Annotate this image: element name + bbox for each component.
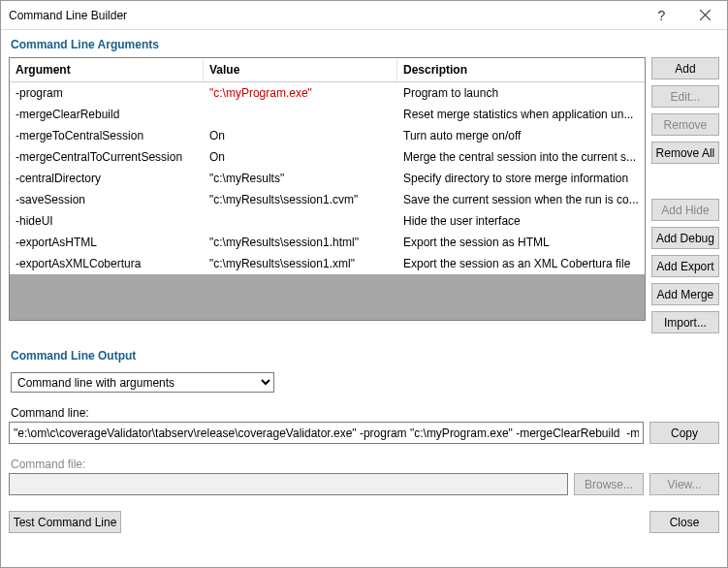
browse-button[interactable]: Browse... bbox=[574, 473, 644, 495]
cell-description: Reset merge statistics when application … bbox=[397, 106, 645, 123]
edit-button[interactable]: Edit... bbox=[651, 85, 719, 108]
cell-description: Specify directory to store merge informa… bbox=[397, 170, 645, 187]
header-description[interactable]: Description bbox=[397, 58, 645, 81]
cell-value: "c:\myResults" bbox=[204, 170, 397, 187]
test-command-line-button[interactable]: Test Command Line bbox=[9, 511, 121, 533]
command-file-label: Command file: bbox=[9, 454, 719, 473]
cell-argument: -mergeToCentralSession bbox=[10, 127, 204, 144]
add-debug-button[interactable]: Add Debug bbox=[651, 227, 719, 249]
arguments-table: Argument Value Description -program"c:\m… bbox=[9, 57, 646, 321]
cell-argument: -hideUI bbox=[10, 212, 204, 230]
cell-value: "c:\myResults\session1.html" bbox=[204, 234, 397, 251]
table-row[interactable]: -saveSession"c:\myResults\session1.cvm"S… bbox=[10, 189, 645, 210]
cell-argument: -exportAsHTML bbox=[10, 234, 204, 251]
cell-argument: -centralDirectory bbox=[10, 170, 204, 187]
cell-argument: -program bbox=[10, 84, 204, 102]
view-button[interactable]: View... bbox=[649, 473, 719, 495]
table-row[interactable]: -centralDirectory"c:\myResults"Specify d… bbox=[10, 168, 645, 189]
cell-description: Export the session as an XML Cobertura f… bbox=[397, 255, 645, 272]
command-line-input[interactable] bbox=[9, 422, 644, 444]
cell-description: Hide the user interface bbox=[397, 212, 645, 230]
remove-all-button[interactable]: Remove All bbox=[651, 142, 719, 164]
cell-description: Turn auto merge on/off bbox=[397, 127, 645, 144]
table-row[interactable]: -mergeToCentralSessionOnTurn auto merge … bbox=[10, 125, 645, 146]
output-mode-dropdown[interactable]: Command line with arguments bbox=[11, 372, 274, 393]
cell-description: Merge the central session into the curre… bbox=[397, 148, 645, 166]
add-export-button[interactable]: Add Export bbox=[651, 255, 719, 277]
command-file-input bbox=[9, 473, 568, 495]
cell-value bbox=[204, 212, 397, 230]
table-body[interactable]: -program"c:\myProgram.exe"Program to lau… bbox=[10, 82, 645, 320]
close-window-button[interactable] bbox=[683, 1, 727, 30]
table-row[interactable]: -mergeCentralToCurrentSessionOnMerge the… bbox=[10, 146, 645, 168]
table-row[interactable]: -exportAsHTML"c:\myResults\session1.html… bbox=[10, 232, 645, 253]
output-section-title: Command Line Output bbox=[1, 341, 727, 368]
table-row[interactable]: -hideUIHide the user interface bbox=[10, 210, 645, 232]
header-value[interactable]: Value bbox=[204, 58, 397, 81]
cell-description: Program to launch bbox=[397, 84, 645, 102]
cell-argument: -mergeCentralToCurrentSession bbox=[10, 148, 204, 166]
import-button[interactable]: Import... bbox=[651, 311, 719, 333]
help-button[interactable]: ? bbox=[640, 1, 683, 30]
cell-value: "c:\myProgram.exe" bbox=[204, 84, 397, 102]
cell-value bbox=[204, 106, 397, 123]
window-title: Command Line Builder bbox=[9, 9, 640, 22]
cell-argument: -saveSession bbox=[10, 191, 204, 208]
cell-description: Save the current session when the run is… bbox=[397, 191, 645, 208]
close-icon bbox=[700, 10, 711, 20]
table-row[interactable]: -program"c:\myProgram.exe"Program to lau… bbox=[10, 82, 645, 104]
cell-description: Export the session as HTML bbox=[397, 234, 645, 251]
cell-value: On bbox=[204, 148, 397, 166]
table-row[interactable]: -exportAsXMLCobertura"c:\myResults\sessi… bbox=[10, 253, 645, 274]
cell-value: "c:\myResults\session1.xml" bbox=[204, 255, 397, 272]
header-argument[interactable]: Argument bbox=[10, 58, 204, 81]
remove-button[interactable]: Remove bbox=[651, 113, 719, 136]
cell-value: On bbox=[204, 127, 397, 144]
close-button[interactable]: Close bbox=[649, 511, 719, 533]
cell-argument: -exportAsXMLCobertura bbox=[10, 255, 204, 272]
table-header-row: Argument Value Description bbox=[10, 58, 645, 82]
add-merge-button[interactable]: Add Merge bbox=[651, 283, 719, 305]
table-row[interactable]: -mergeClearRebuildReset merge statistics… bbox=[10, 104, 645, 125]
cell-argument: -mergeClearRebuild bbox=[10, 106, 204, 123]
arguments-section-title: Command Line Arguments bbox=[1, 30, 727, 57]
copy-button[interactable]: Copy bbox=[649, 422, 719, 444]
command-line-label: Command line: bbox=[9, 402, 719, 422]
add-button[interactable]: Add bbox=[651, 57, 719, 79]
add-hide-button[interactable]: Add Hide bbox=[651, 199, 719, 221]
cell-value: "c:\myResults\session1.cvm" bbox=[204, 191, 397, 208]
